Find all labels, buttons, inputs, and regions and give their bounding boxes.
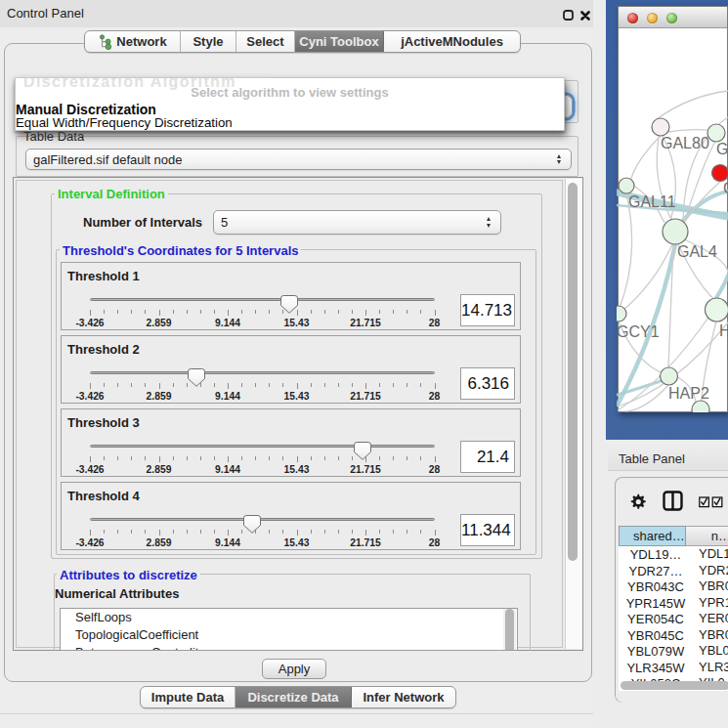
svg-text:GAL11: GAL11 (628, 193, 676, 210)
svg-text:GAL4: GAL4 (677, 243, 717, 260)
svg-text:GCY1: GCY1 (617, 323, 660, 340)
svg-text:C: C (723, 180, 728, 196)
svg-text:GA: GA (716, 141, 728, 157)
svg-text:GAL80: GAL80 (661, 135, 709, 151)
svg-text:H: H (719, 322, 728, 339)
svg-text:HAP2: HAP2 (668, 385, 709, 402)
